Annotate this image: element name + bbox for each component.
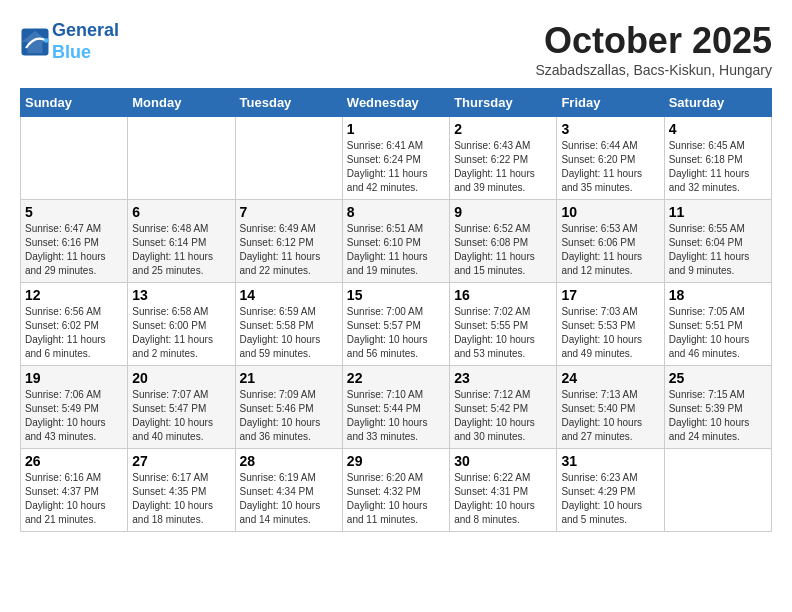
day-info: Sunrise: 6:44 AM Sunset: 6:20 PM Dayligh… bbox=[561, 139, 659, 195]
day-info: Sunrise: 6:58 AM Sunset: 6:00 PM Dayligh… bbox=[132, 305, 230, 361]
day-number: 18 bbox=[669, 287, 767, 303]
table-row: 11Sunrise: 6:55 AM Sunset: 6:04 PM Dayli… bbox=[664, 200, 771, 283]
logo-text: General Blue bbox=[52, 20, 119, 63]
day-info: Sunrise: 6:48 AM Sunset: 6:14 PM Dayligh… bbox=[132, 222, 230, 278]
table-row: 1Sunrise: 6:41 AM Sunset: 6:24 PM Daylig… bbox=[342, 117, 449, 200]
day-info: Sunrise: 6:52 AM Sunset: 6:08 PM Dayligh… bbox=[454, 222, 552, 278]
title-block: October 2025 Szabadszallas, Bacs-Kiskun,… bbox=[535, 20, 772, 78]
day-info: Sunrise: 6:45 AM Sunset: 6:18 PM Dayligh… bbox=[669, 139, 767, 195]
day-info: Sunrise: 6:22 AM Sunset: 4:31 PM Dayligh… bbox=[454, 471, 552, 527]
day-info: Sunrise: 7:00 AM Sunset: 5:57 PM Dayligh… bbox=[347, 305, 445, 361]
day-number: 11 bbox=[669, 204, 767, 220]
day-number: 15 bbox=[347, 287, 445, 303]
location-subtitle: Szabadszallas, Bacs-Kiskun, Hungary bbox=[535, 62, 772, 78]
header-row: Sunday Monday Tuesday Wednesday Thursday… bbox=[21, 89, 772, 117]
day-number: 6 bbox=[132, 204, 230, 220]
day-info: Sunrise: 6:47 AM Sunset: 6:16 PM Dayligh… bbox=[25, 222, 123, 278]
calendar-week-4: 19Sunrise: 7:06 AM Sunset: 5:49 PM Dayli… bbox=[21, 366, 772, 449]
table-row: 26Sunrise: 6:16 AM Sunset: 4:37 PM Dayli… bbox=[21, 449, 128, 532]
table-row: 25Sunrise: 7:15 AM Sunset: 5:39 PM Dayli… bbox=[664, 366, 771, 449]
table-row bbox=[128, 117, 235, 200]
day-info: Sunrise: 6:41 AM Sunset: 6:24 PM Dayligh… bbox=[347, 139, 445, 195]
table-row: 28Sunrise: 6:19 AM Sunset: 4:34 PM Dayli… bbox=[235, 449, 342, 532]
table-row: 9Sunrise: 6:52 AM Sunset: 6:08 PM Daylig… bbox=[450, 200, 557, 283]
table-row bbox=[235, 117, 342, 200]
calendar-week-1: 1Sunrise: 6:41 AM Sunset: 6:24 PM Daylig… bbox=[21, 117, 772, 200]
day-number: 28 bbox=[240, 453, 338, 469]
day-number: 5 bbox=[25, 204, 123, 220]
day-number: 9 bbox=[454, 204, 552, 220]
day-number: 4 bbox=[669, 121, 767, 137]
day-info: Sunrise: 7:09 AM Sunset: 5:46 PM Dayligh… bbox=[240, 388, 338, 444]
col-sunday: Sunday bbox=[21, 89, 128, 117]
table-row: 2Sunrise: 6:43 AM Sunset: 6:22 PM Daylig… bbox=[450, 117, 557, 200]
table-row: 16Sunrise: 7:02 AM Sunset: 5:55 PM Dayli… bbox=[450, 283, 557, 366]
table-row bbox=[21, 117, 128, 200]
day-info: Sunrise: 6:59 AM Sunset: 5:58 PM Dayligh… bbox=[240, 305, 338, 361]
day-number: 21 bbox=[240, 370, 338, 386]
day-info: Sunrise: 6:53 AM Sunset: 6:06 PM Dayligh… bbox=[561, 222, 659, 278]
day-number: 26 bbox=[25, 453, 123, 469]
day-number: 24 bbox=[561, 370, 659, 386]
day-info: Sunrise: 6:17 AM Sunset: 4:35 PM Dayligh… bbox=[132, 471, 230, 527]
table-row: 24Sunrise: 7:13 AM Sunset: 5:40 PM Dayli… bbox=[557, 366, 664, 449]
col-friday: Friday bbox=[557, 89, 664, 117]
day-info: Sunrise: 6:16 AM Sunset: 4:37 PM Dayligh… bbox=[25, 471, 123, 527]
day-number: 19 bbox=[25, 370, 123, 386]
svg-point-2 bbox=[44, 38, 49, 43]
table-row: 5Sunrise: 6:47 AM Sunset: 6:16 PM Daylig… bbox=[21, 200, 128, 283]
day-info: Sunrise: 7:06 AM Sunset: 5:49 PM Dayligh… bbox=[25, 388, 123, 444]
day-info: Sunrise: 7:02 AM Sunset: 5:55 PM Dayligh… bbox=[454, 305, 552, 361]
day-info: Sunrise: 6:55 AM Sunset: 6:04 PM Dayligh… bbox=[669, 222, 767, 278]
day-number: 30 bbox=[454, 453, 552, 469]
day-info: Sunrise: 7:13 AM Sunset: 5:40 PM Dayligh… bbox=[561, 388, 659, 444]
day-info: Sunrise: 7:15 AM Sunset: 5:39 PM Dayligh… bbox=[669, 388, 767, 444]
day-number: 22 bbox=[347, 370, 445, 386]
day-number: 23 bbox=[454, 370, 552, 386]
day-number: 14 bbox=[240, 287, 338, 303]
table-row: 19Sunrise: 7:06 AM Sunset: 5:49 PM Dayli… bbox=[21, 366, 128, 449]
day-info: Sunrise: 7:05 AM Sunset: 5:51 PM Dayligh… bbox=[669, 305, 767, 361]
day-number: 8 bbox=[347, 204, 445, 220]
table-row: 17Sunrise: 7:03 AM Sunset: 5:53 PM Dayli… bbox=[557, 283, 664, 366]
day-number: 12 bbox=[25, 287, 123, 303]
table-row: 31Sunrise: 6:23 AM Sunset: 4:29 PM Dayli… bbox=[557, 449, 664, 532]
day-info: Sunrise: 7:10 AM Sunset: 5:44 PM Dayligh… bbox=[347, 388, 445, 444]
day-number: 3 bbox=[561, 121, 659, 137]
table-row: 27Sunrise: 6:17 AM Sunset: 4:35 PM Dayli… bbox=[128, 449, 235, 532]
table-row bbox=[664, 449, 771, 532]
day-number: 2 bbox=[454, 121, 552, 137]
day-info: Sunrise: 6:49 AM Sunset: 6:12 PM Dayligh… bbox=[240, 222, 338, 278]
table-row: 30Sunrise: 6:22 AM Sunset: 4:31 PM Dayli… bbox=[450, 449, 557, 532]
day-number: 20 bbox=[132, 370, 230, 386]
col-thursday: Thursday bbox=[450, 89, 557, 117]
day-number: 29 bbox=[347, 453, 445, 469]
col-tuesday: Tuesday bbox=[235, 89, 342, 117]
table-row: 12Sunrise: 6:56 AM Sunset: 6:02 PM Dayli… bbox=[21, 283, 128, 366]
day-number: 16 bbox=[454, 287, 552, 303]
day-info: Sunrise: 6:23 AM Sunset: 4:29 PM Dayligh… bbox=[561, 471, 659, 527]
day-number: 10 bbox=[561, 204, 659, 220]
table-row: 4Sunrise: 6:45 AM Sunset: 6:18 PM Daylig… bbox=[664, 117, 771, 200]
calendar-week-3: 12Sunrise: 6:56 AM Sunset: 6:02 PM Dayli… bbox=[21, 283, 772, 366]
col-monday: Monday bbox=[128, 89, 235, 117]
table-row: 23Sunrise: 7:12 AM Sunset: 5:42 PM Dayli… bbox=[450, 366, 557, 449]
day-info: Sunrise: 6:43 AM Sunset: 6:22 PM Dayligh… bbox=[454, 139, 552, 195]
table-row: 21Sunrise: 7:09 AM Sunset: 5:46 PM Dayli… bbox=[235, 366, 342, 449]
table-row: 10Sunrise: 6:53 AM Sunset: 6:06 PM Dayli… bbox=[557, 200, 664, 283]
day-number: 7 bbox=[240, 204, 338, 220]
table-row: 6Sunrise: 6:48 AM Sunset: 6:14 PM Daylig… bbox=[128, 200, 235, 283]
day-info: Sunrise: 7:03 AM Sunset: 5:53 PM Dayligh… bbox=[561, 305, 659, 361]
calendar-week-2: 5Sunrise: 6:47 AM Sunset: 6:16 PM Daylig… bbox=[21, 200, 772, 283]
day-info: Sunrise: 7:07 AM Sunset: 5:47 PM Dayligh… bbox=[132, 388, 230, 444]
table-row: 20Sunrise: 7:07 AM Sunset: 5:47 PM Dayli… bbox=[128, 366, 235, 449]
day-info: Sunrise: 7:12 AM Sunset: 5:42 PM Dayligh… bbox=[454, 388, 552, 444]
col-wednesday: Wednesday bbox=[342, 89, 449, 117]
day-info: Sunrise: 6:51 AM Sunset: 6:10 PM Dayligh… bbox=[347, 222, 445, 278]
day-number: 17 bbox=[561, 287, 659, 303]
calendar-week-5: 26Sunrise: 6:16 AM Sunset: 4:37 PM Dayli… bbox=[21, 449, 772, 532]
table-row: 3Sunrise: 6:44 AM Sunset: 6:20 PM Daylig… bbox=[557, 117, 664, 200]
table-row: 29Sunrise: 6:20 AM Sunset: 4:32 PM Dayli… bbox=[342, 449, 449, 532]
table-row: 7Sunrise: 6:49 AM Sunset: 6:12 PM Daylig… bbox=[235, 200, 342, 283]
table-row: 8Sunrise: 6:51 AM Sunset: 6:10 PM Daylig… bbox=[342, 200, 449, 283]
